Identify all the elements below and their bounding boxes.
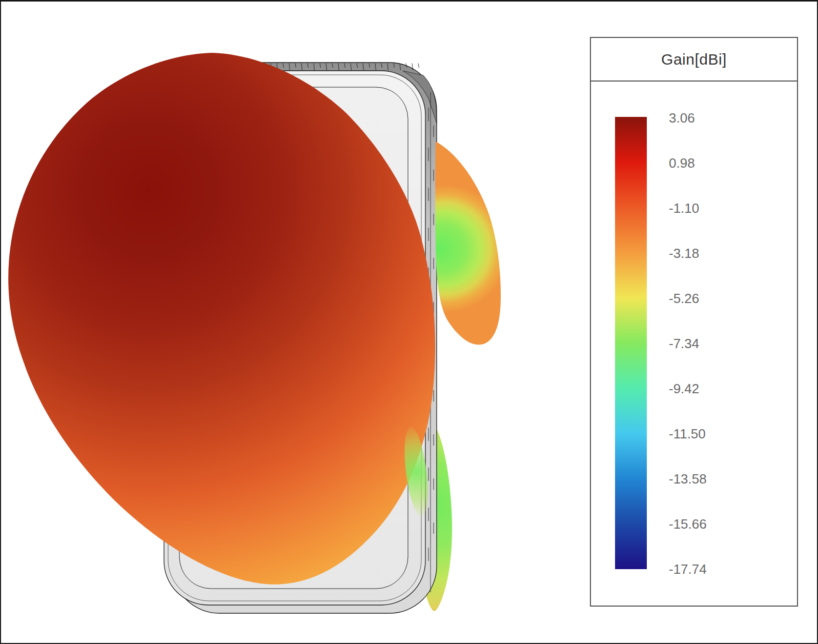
legend-tick: -5.26	[669, 291, 699, 307]
legend-tick: -17.74	[669, 561, 707, 577]
legend-tick: -3.18	[669, 246, 699, 261]
legend-tick: -15.66	[669, 516, 707, 532]
legend-header: Gain[dBi]	[591, 38, 797, 82]
legend-tick: -9.42	[669, 381, 699, 397]
legend-tick: 0.98	[669, 155, 695, 171]
radiation-pattern-viewport: Gain[dBi] 3.06 0.98 -1.10 -3.18 -5.26 -7…	[0, 0, 818, 644]
legend-tick: -13.58	[669, 471, 707, 487]
gain-legend: Gain[dBi] 3.06 0.98 -1.10 -3.18 -5.26 -7…	[590, 37, 798, 607]
legend-tick: -1.10	[669, 200, 699, 216]
legend-tick: -11.50	[669, 426, 706, 442]
gain-colorbar	[615, 117, 647, 569]
legend-title: Gain[dBi]	[661, 51, 727, 68]
legend-tick: -7.34	[669, 336, 699, 352]
legend-tick: 3.06	[669, 110, 695, 126]
side-lobe-right	[435, 142, 501, 345]
